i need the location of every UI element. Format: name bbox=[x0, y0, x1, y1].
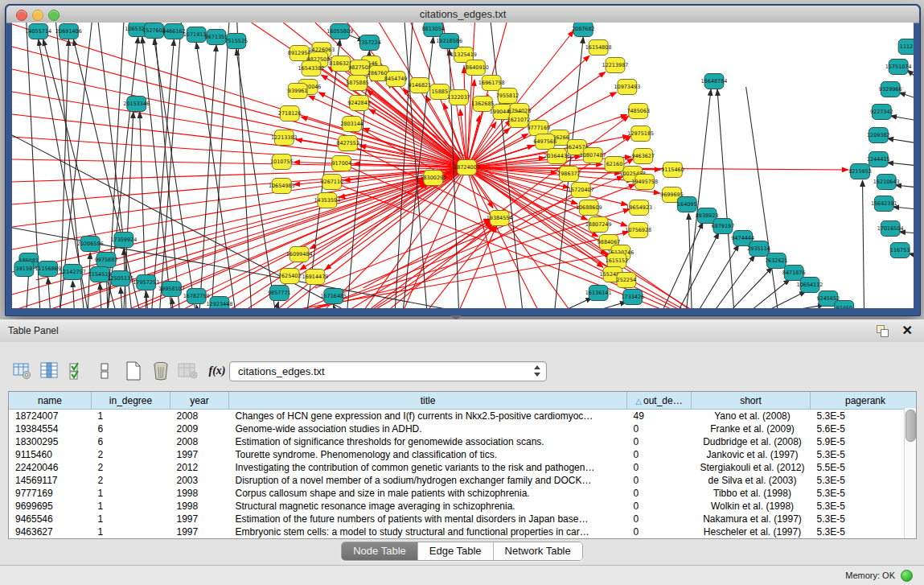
graph-node-teal[interactable]: 12923448 bbox=[207, 297, 233, 309]
graph-edge[interactable] bbox=[893, 207, 914, 209]
graph-node-teal[interactable]: 11156869 bbox=[35, 262, 61, 277]
graph-node-teal[interactable]: 19958107 bbox=[158, 282, 185, 297]
graph-node-teal[interactable]: 19218586 bbox=[436, 34, 462, 49]
graph-node-yellow[interactable]: 9146821 bbox=[409, 78, 432, 93]
table-cell[interactable]: 1997 bbox=[170, 513, 229, 525]
graph-node-teal[interactable]: 17016504 bbox=[877, 221, 904, 237]
table-cell[interactable]: 5.3E-5 bbox=[811, 487, 918, 500]
graph-node-teal[interactable]: 20206586 bbox=[77, 237, 104, 252]
graph-node-teal[interactable]: 9227342 bbox=[870, 105, 893, 120]
table-cell[interactable]: 2009 bbox=[170, 422, 229, 435]
table-cell[interactable]: Estimation of the future numbers of pati… bbox=[229, 513, 627, 525]
graph-node-yellow[interactable]: 9115460 bbox=[661, 163, 684, 178]
table-cell[interactable]: 5.9E-5 bbox=[811, 435, 918, 448]
window-titlebar[interactable]: citations_edges.txt bbox=[6, 6, 919, 23]
table-cell[interactable]: Jankovic et al. (1997) bbox=[692, 448, 811, 461]
table-row[interactable]: 977716911998Corpus callosum shape and si… bbox=[9, 487, 917, 500]
graph-node-yellow[interactable]: 917004 bbox=[331, 156, 351, 171]
close-panel-icon[interactable]: ✕ bbox=[902, 323, 913, 338]
table-cell[interactable]: Disruption of a novel member of a sodium… bbox=[229, 474, 627, 487]
table-cell[interactable]: 6 bbox=[92, 422, 170, 435]
graph-edge[interactable] bbox=[688, 213, 692, 308]
table-row[interactable]: 969969511998Structural magnetic resonanc… bbox=[9, 500, 917, 513]
graph-node-teal[interactable]: 20691406 bbox=[55, 24, 82, 39]
table-cell[interactable]: 1997 bbox=[170, 448, 229, 461]
column-header-name[interactable]: name bbox=[9, 392, 92, 410]
table-cell[interactable]: Tibbo et al. (1998) bbox=[692, 487, 811, 500]
graph-node-teal[interactable]: 17957253 bbox=[133, 275, 159, 290]
graph-edge[interactable] bbox=[48, 278, 51, 308]
show-columns-icon[interactable] bbox=[39, 360, 61, 381]
graph-node-yellow[interactable]: 15720407 bbox=[568, 183, 594, 198]
graph-node-yellow[interactable]: 9463627 bbox=[631, 149, 655, 164]
graph-node-yellow[interactable]: 16914479 bbox=[302, 270, 329, 285]
table-cell[interactable]: Nakamura et al. (1997) bbox=[692, 513, 811, 525]
graph-node-teal[interactable]: 12505135 bbox=[108, 271, 134, 286]
graph-node-yellow[interactable]: 20364436 bbox=[544, 149, 570, 164]
graph-edge[interactable] bbox=[323, 167, 467, 308]
table-cell[interactable]: Estimation of significance thresholds fo… bbox=[229, 435, 627, 448]
graph-edge[interactable] bbox=[196, 305, 198, 308]
table-cell[interactable]: 18724007 bbox=[9, 410, 92, 423]
graph-edge[interactable] bbox=[899, 232, 914, 233]
column-header-out-de-[interactable]: △out_de… bbox=[627, 392, 692, 410]
graph-node-yellow[interactable]: 8427552 bbox=[336, 136, 359, 151]
graph-node-teal[interactable]: 9466162 bbox=[162, 24, 186, 39]
table-cell[interactable]: Embryonic stem cells: a model to study s… bbox=[229, 525, 627, 538]
table-cell[interactable]: 0 bbox=[627, 435, 692, 448]
graph-node-teal[interactable]: 164095 bbox=[677, 197, 697, 212]
graph-edge[interactable] bbox=[237, 23, 252, 308]
table-cell[interactable]: 0 bbox=[627, 500, 692, 513]
graph-node-yellow[interactable]: 62160 bbox=[605, 157, 624, 172]
graph-edge[interactable] bbox=[750, 279, 791, 308]
graph-edge[interactable] bbox=[887, 138, 914, 143]
table-cell[interactable]: 5.6E-5 bbox=[811, 422, 918, 435]
table-cell[interactable]: Wolkin et al. (1998) bbox=[692, 500, 811, 513]
graph-node-teal[interactable]: 39159 bbox=[14, 262, 34, 277]
graph-node-teal[interactable]: 17359924 bbox=[110, 233, 137, 248]
graph-node-teal[interactable]: 15751074 bbox=[885, 60, 912, 75]
graph-edge[interactable] bbox=[12, 114, 466, 167]
table-cell[interactable]: 5.5E-5 bbox=[811, 461, 918, 474]
function-builder-icon[interactable]: f(x) bbox=[206, 360, 228, 381]
graph-node-yellow[interactable]: 5875885 bbox=[346, 76, 369, 91]
table-cell[interactable]: 1 bbox=[92, 500, 170, 513]
graph-node-teal[interactable]: 14055714 bbox=[25, 24, 51, 39]
table-cell[interactable]: 2 bbox=[92, 448, 170, 461]
graph-node-teal[interactable]: 1244415 bbox=[867, 152, 890, 167]
graph-node-teal[interactable]: 2935114 bbox=[747, 241, 770, 257]
table-row[interactable]: 2242004622012Investigating the contribut… bbox=[9, 461, 917, 474]
graph-node-yellow[interactable]: 10973493 bbox=[614, 80, 640, 95]
graph-node-yellow[interactable]: 1322037 bbox=[447, 90, 470, 105]
graph-node-yellow[interactable]: 16099484 bbox=[286, 247, 313, 262]
graph-node-teal[interactable]: 16055809 bbox=[326, 24, 353, 39]
graph-node-teal[interactable]: 7632621 bbox=[765, 253, 788, 269]
graph-node-teal[interactable]: 16648784 bbox=[701, 74, 728, 89]
table-cell[interactable]: 5.3E-5 bbox=[811, 474, 918, 487]
graph-node-yellow[interactable]: 9242843 bbox=[347, 96, 371, 111]
graph-node-yellow[interactable]: 15885 bbox=[430, 84, 450, 100]
select-all-columns-icon[interactable] bbox=[66, 360, 88, 381]
table-cell[interactable]: 2012 bbox=[170, 461, 229, 474]
table-cell[interactable]: 1 bbox=[92, 525, 170, 538]
graph-edge[interactable] bbox=[678, 233, 719, 308]
table-cell[interactable]: 0 bbox=[627, 513, 692, 525]
graph-node-teal[interactable]: 15692391 bbox=[871, 196, 897, 212]
table-cell[interactable]: 6 bbox=[92, 435, 170, 448]
table-cell[interactable]: 18300295 bbox=[9, 435, 92, 448]
table-cell[interactable]: 9463627 bbox=[9, 525, 92, 538]
graph-node-teal[interactable]: 20153346 bbox=[123, 97, 150, 112]
graph-node-teal[interactable]: 9329966 bbox=[879, 82, 902, 97]
graph-node-teal[interactable]: 7515525 bbox=[224, 34, 248, 49]
graph-node-yellow[interactable]: 18807249 bbox=[585, 217, 612, 233]
table-cell[interactable]: 22420046 bbox=[9, 461, 92, 474]
graph-edge[interactable] bbox=[171, 298, 173, 308]
column-header-title[interactable]: title bbox=[229, 392, 627, 410]
table-cell[interactable]: 0 bbox=[627, 448, 692, 461]
graph-node-yellow[interactable]: 16543382 bbox=[298, 61, 325, 76]
graph-edge[interactable] bbox=[154, 39, 196, 308]
graph-node-yellow[interactable]: 1615152 bbox=[606, 253, 629, 269]
table-cell[interactable]: Franke et al. (2009) bbox=[692, 422, 811, 435]
graph-edge[interactable] bbox=[236, 49, 276, 308]
table-cell[interactable]: 2 bbox=[92, 474, 170, 487]
